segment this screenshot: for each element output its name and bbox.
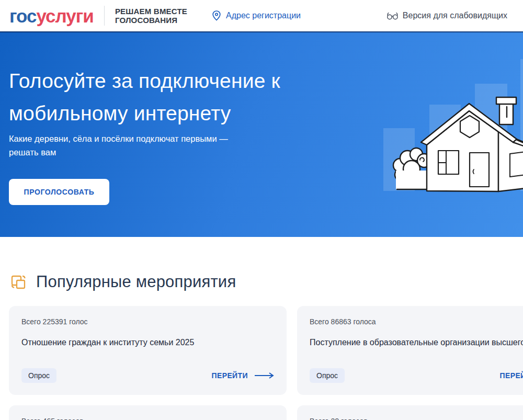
logo-part-gos: гос xyxy=(9,6,37,26)
event-card: Всего 225391 голос Отношение граждан к и… xyxy=(9,306,287,395)
card-bottom-row: Опрос ПЕРЕЙТИ xyxy=(21,368,274,383)
location-pin-icon xyxy=(211,10,222,21)
goto-link[interactable]: ПЕРЕЙТИ xyxy=(499,371,523,380)
hero-title: Голосуйте за подключение к мобильному ин… xyxy=(9,65,280,130)
event-type-badge: Опрос xyxy=(21,368,56,383)
hero-subtitle-line1: Какие деревни, сёла и посёлки подключат … xyxy=(9,132,228,145)
popular-section-header: Популярные мероприятия xyxy=(9,273,523,291)
accessibility-version-label: Версия для слабовидящих xyxy=(403,11,507,20)
card-bottom-row: Опрос ПЕРЕЙТИ xyxy=(310,368,523,383)
event-cards-grid: Всего 225391 голос Отношение граждан к и… xyxy=(9,306,523,420)
event-card: Всего 86863 голоса Поступление в образов… xyxy=(297,306,523,395)
registration-address-link[interactable]: Адрес регистрации xyxy=(211,10,301,21)
event-card: Всего 465 голосов xyxy=(9,405,287,420)
hero-banner: Голосуйте за подключение к мобильному ин… xyxy=(0,31,523,237)
goto-link-label: ПЕРЕЙТИ xyxy=(499,371,523,380)
event-title: Поступление в образовательные организаци… xyxy=(310,337,523,348)
hero-title-line2: мобильному интернету xyxy=(9,97,280,130)
top-header: госуслуги РЕШАЕМ ВМЕСТЕ ГОЛОСОВАНИЯ Адре… xyxy=(0,0,523,31)
header-divider xyxy=(104,6,105,26)
events-icon xyxy=(9,273,28,291)
section-title: Популярные мероприятия xyxy=(36,273,236,291)
vote-button[interactable]: ПРОГОЛОСОВАТЬ xyxy=(9,179,109,205)
votes-count: Всего 86863 голоса xyxy=(310,317,523,326)
goto-link-label: ПЕРЕЙТИ xyxy=(211,371,248,380)
arrow-right-icon xyxy=(254,372,274,379)
logo-part-uslugi: услуги xyxy=(37,6,94,26)
votes-count: Всего 225391 голос xyxy=(21,317,274,326)
event-type-badge: Опрос xyxy=(310,368,345,383)
accessibility-version-link[interactable]: Версия для слабовидящих xyxy=(386,11,507,20)
glasses-icon xyxy=(386,11,399,20)
votes-count: Всего 465 голосов xyxy=(21,417,274,420)
event-title: Отношение граждан к институту семьи 2025 xyxy=(21,337,274,348)
gosuslugi-logo[interactable]: госуслуги xyxy=(9,7,94,25)
hero-title-line1: Голосуйте за подключение к xyxy=(9,65,280,97)
votes-count: Всего 29 голосов xyxy=(310,417,523,420)
cloud-shape xyxy=(393,148,431,189)
registration-address-label: Адрес регистрации xyxy=(226,11,301,20)
brand-line1: РЕШАЕМ ВМЕСТЕ xyxy=(115,7,187,16)
event-card: Всего 29 голосов xyxy=(297,405,523,420)
goto-link[interactable]: ПЕРЕЙТИ xyxy=(211,371,274,380)
hero-subtitle-line2: решать вам xyxy=(9,145,228,159)
popular-events-section: Популярные мероприятия Всего 225391 голо… xyxy=(0,273,523,420)
brand-title: РЕШАЕМ ВМЕСТЕ ГОЛОСОВАНИЯ xyxy=(115,7,187,25)
hero-subtitle: Какие деревни, сёла и посёлки подключат … xyxy=(9,132,228,159)
house-illustration xyxy=(389,92,523,195)
brand-line2: ГОЛОСОВАНИЯ xyxy=(115,16,187,25)
